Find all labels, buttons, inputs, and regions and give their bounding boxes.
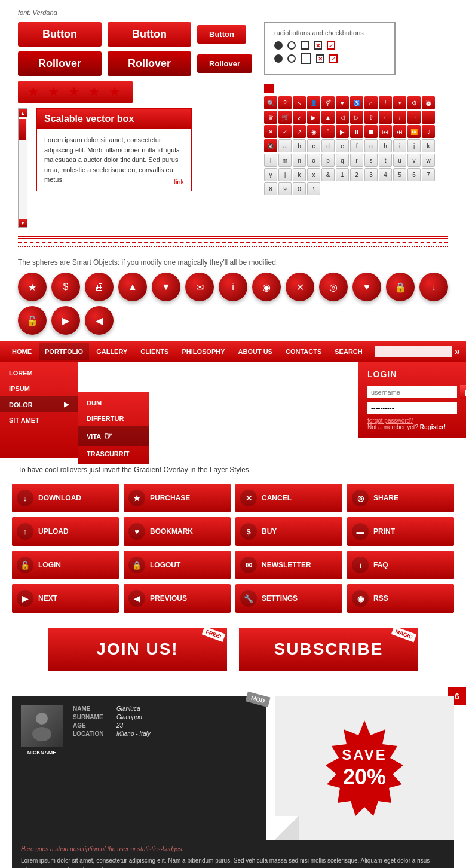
icon-cart[interactable]: 🛒 [278,111,292,124]
submenu-differtur[interactable]: DIFFERTUR [78,411,149,426]
icon-p[interactable]: p [321,154,335,167]
icon-5[interactable]: 5 [393,168,406,181]
scroll-down-arrow[interactable]: ▼ [19,219,27,227]
sphere-lock[interactable]: 🔒 [386,273,415,301]
icon-pause[interactable]: ⏸ [350,125,363,138]
sphere-arrow[interactable]: ↓ [419,273,448,301]
dropdown-dolor[interactable]: DOLOR ▶ [0,396,78,412]
icon-cursor[interactable]: ↖ [293,96,306,109]
scroll-thumb[interactable] [19,119,26,140]
icon-house[interactable]: ⌂ [364,96,378,109]
icon-k[interactable]: k [422,139,435,152]
icon-8[interactable]: 8 [264,182,277,195]
button-lg-1[interactable]: Button [18,22,102,47]
search-arrow[interactable]: » [455,346,460,357]
icon-triangle-dl[interactable]: ◁ [336,111,349,124]
icon-search[interactable]: 🔍 [264,96,277,109]
rss-button[interactable]: ◉ RSS [347,584,454,613]
icon-wheelchair[interactable]: ♿ [350,96,363,109]
icon-q[interactable]: q [336,154,349,167]
icon-arrow-right[interactable]: → [407,111,421,124]
submenu-vita[interactable]: VITA ☞ [78,426,149,446]
nav-contacts[interactable]: CONTACTS [280,343,327,360]
icon-s[interactable]: s [364,154,378,167]
username-input[interactable] [367,386,457,398]
icon-rss2[interactable]: ◉ [307,125,320,138]
icon-k2[interactable]: k [293,168,306,181]
nav-portfolio[interactable]: PORTFOLIO [39,343,89,360]
icon-4[interactable]: 4 [379,168,392,181]
icon-vol[interactable]: ♩ [422,125,435,138]
upload-button[interactable]: ↑ UPLOAD [12,517,119,546]
newsletter-button[interactable]: ✉ NEWSLETTER [235,551,342,579]
icon-x[interactable]: x [307,168,320,181]
sphere-up[interactable]: ▲ [118,273,147,301]
radio-empty-2[interactable] [287,54,296,63]
button-md-1[interactable]: Button [108,22,191,47]
icon-n[interactable]: n [293,154,306,167]
nav-about[interactable]: ABOUT US [232,343,278,360]
sphere-rss[interactable]: ◉ [252,273,281,301]
checkbox-empty-1[interactable] [301,41,309,50]
dropdown-lorem[interactable]: LOREM [0,365,78,381]
scroll-up-arrow[interactable]: ▲ [19,109,27,117]
icon-l[interactable]: l [264,154,277,167]
icon-6[interactable]: 6 [407,168,421,181]
scalable-box-link[interactable]: link [174,177,184,187]
icon-j[interactable]: j [407,139,421,152]
login-button[interactable]: 🔓 LOGIN [12,551,119,579]
icon-t[interactable]: t [379,154,392,167]
register-link[interactable]: Register! [420,424,446,430]
icon-arrow-up2[interactable]: ⇧ [364,111,378,124]
icon-heart[interactable]: ♥ [336,96,349,109]
icon-v[interactable]: v [407,154,421,167]
cancel-button[interactable]: ✕ CANCEL [235,484,342,512]
icon-gear[interactable]: ⚙ [407,96,421,109]
checkbox-x-1[interactable]: ✕ [314,41,322,50]
previous-button[interactable]: ◀ PREVIOUS [124,584,231,613]
checkbox-check-2[interactable]: ✓ [329,54,338,63]
icon-arrow-dl[interactable]: ↙ [293,111,306,124]
purchase-button[interactable]: ★ PURCHASE [124,484,231,512]
dropdown-sit-amet[interactable]: SIT AMET [0,412,78,428]
icon-play[interactable]: ▶ [307,111,320,124]
nav-gallery[interactable]: GALLERY [90,343,133,360]
sphere-error[interactable]: ✕ [286,273,314,301]
icon-forward[interactable]: ⏭ [393,125,406,138]
icon-2[interactable]: 2 [350,168,363,181]
icon-g[interactable]: g [364,139,378,152]
download-button[interactable]: ↓ DOWNLOAD [12,484,119,512]
sphere-heart[interactable]: ♥ [352,273,381,301]
icon-j2[interactable]: j [278,168,292,181]
icon-mute[interactable]: 🔇 [264,139,277,152]
dropdown-ipsum[interactable]: IPSUM [0,381,78,396]
icon-gender[interactable]: ⚥ [321,96,335,109]
icon-user[interactable]: 👤 [307,96,320,109]
icon-b[interactable]: b [293,139,306,152]
icon-arrow-left[interactable]: ← [379,111,392,124]
scrollbar-vertical[interactable]: ▲ ▼ [18,108,27,228]
sphere-mail[interactable]: ✉ [185,273,214,301]
checkbox-check-1[interactable]: ✓ [327,41,335,50]
bookmark-button[interactable]: ♥ BOOKMARK [124,517,231,546]
sphere-play[interactable]: ▶ [51,306,80,335]
icon-cross[interactable]: ✕ [264,125,277,138]
password-input[interactable] [367,402,457,414]
icon-9[interactable]: 9 [278,182,292,195]
rollover-sm-1[interactable]: Rollover [197,54,252,73]
icon-crown[interactable]: ♛ [264,111,277,124]
faq-button[interactable]: i FAQ [347,551,454,579]
icon-rewind[interactable]: ⏮ [379,125,392,138]
icon-triangle-dr[interactable]: ▷ [350,111,363,124]
sphere-star[interactable]: ★ [18,273,47,301]
share-button[interactable]: ◎ SHARE [347,484,454,512]
next-button[interactable]: ▶ NEXT [12,584,119,613]
icon-3[interactable]: 3 [364,168,378,181]
icon-i[interactable]: i [393,139,406,152]
settings-button[interactable]: 🔧 SETTINGS [235,584,342,613]
nav-philosophy[interactable]: PHILOSOPHY [176,343,231,360]
submenu-trascurrit[interactable]: TRASCURRIT [78,446,149,461]
radio-empty-1[interactable] [287,41,296,50]
icon-star2[interactable]: ✦ [393,96,406,109]
icon-w[interactable]: w [422,154,435,167]
